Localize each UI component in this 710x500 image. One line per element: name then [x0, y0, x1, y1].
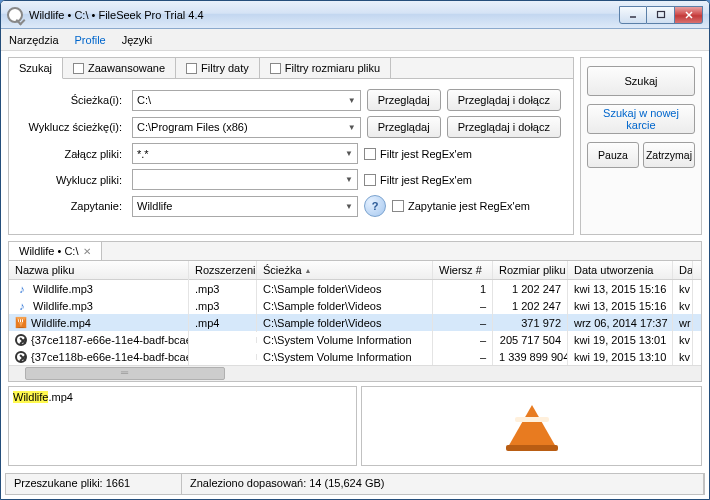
close-button[interactable] — [675, 6, 703, 24]
query-regex-checkbox[interactable]: Zapytanie jest RegEx'em — [392, 200, 530, 212]
table-row[interactable]: Wildlife.mp4.mp4C:\Sample folder\Videos–… — [9, 314, 701, 331]
status-found: Znaleziono dopasowań: 14 (15,624 GB) — [182, 474, 704, 494]
exclude-regex-checkbox[interactable]: Filtr jest RegEx'em — [364, 174, 472, 186]
checkbox-icon — [186, 63, 197, 74]
checkbox-icon — [364, 174, 376, 186]
minimize-button[interactable] — [619, 6, 647, 24]
app-icon — [7, 7, 23, 23]
col-created[interactable]: Data utworzenia — [568, 261, 673, 279]
label-path: Ścieżka(i): — [21, 94, 126, 106]
file-icon — [16, 317, 27, 329]
label-exclude-files: Wyklucz pliki: — [21, 174, 126, 186]
table-row[interactable]: {37ce1187-e66e-11e4-badf-bcaec…C:\System… — [9, 331, 701, 348]
search-tab-strip: Szukaj Zaawansowane Filtry daty Filtry r… — [9, 58, 573, 79]
horizontal-scrollbar[interactable] — [9, 365, 701, 381]
col-line[interactable]: Wiersz # — [433, 261, 493, 279]
pause-button[interactable]: Pauza — [587, 142, 639, 168]
file-icon — [15, 282, 29, 296]
browse-path-button[interactable]: Przeglądaj — [367, 89, 441, 111]
checkbox-icon — [73, 63, 84, 74]
search-button[interactable]: Szukaj — [587, 66, 695, 96]
file-icon — [15, 299, 29, 313]
menu-languages[interactable]: Języki — [122, 34, 153, 46]
exclude-files-input[interactable]: ▼ — [132, 169, 358, 190]
window-title: Wildlife • C:\ • FileSeek Pro Trial 4.4 — [29, 9, 619, 21]
chevron-down-icon: ▼ — [345, 149, 353, 158]
col-name[interactable]: Nazwa pliku — [9, 261, 189, 279]
browse-exclude-button[interactable]: Przeglądaj — [367, 116, 441, 138]
stop-button[interactable]: Zatrzymaj — [643, 142, 695, 168]
close-tab-icon[interactable]: ✕ — [83, 246, 91, 257]
tab-size-filters[interactable]: Filtry rozmiaru pliku — [260, 58, 391, 78]
tab-advanced[interactable]: Zaawansowane — [63, 58, 176, 78]
path-input[interactable]: C:\▼ — [132, 90, 361, 111]
svg-rect-1 — [657, 11, 664, 17]
text-preview-pane: Wildlife.mp4 — [8, 386, 357, 466]
chevron-down-icon: ▼ — [345, 202, 353, 211]
exclude-path-input[interactable]: C:\Program Files (x86)▼ — [132, 117, 361, 138]
query-help-button[interactable]: ? — [364, 195, 386, 217]
status-scanned: Przeszukane pliki: 1661 — [6, 474, 182, 494]
chevron-down-icon: ▼ — [348, 96, 356, 105]
preview-highlight: Wildlife — [13, 391, 48, 403]
col-size[interactable]: Rozmiar pliku — [493, 261, 568, 279]
titlebar: Wildlife • C:\ • FileSeek Pro Trial 4.4 — [1, 1, 709, 29]
tab-search[interactable]: Szukaj — [9, 58, 63, 79]
browse-append-exclude-button[interactable]: Przeglądaj i dołącz — [447, 116, 561, 138]
include-regex-checkbox[interactable]: Filtr jest RegEx'em — [364, 148, 472, 160]
chevron-down-icon: ▼ — [348, 123, 356, 132]
label-include-files: Załącz pliki: — [21, 148, 126, 160]
checkbox-icon — [392, 200, 404, 212]
menu-profile[interactable]: Profile — [75, 34, 106, 46]
media-preview-pane — [361, 386, 702, 466]
menubar: Narzędzia Profile Języki — [1, 29, 709, 51]
preview-rest: .mp4 — [48, 391, 72, 403]
checkbox-icon — [270, 63, 281, 74]
col-last[interactable]: Da — [673, 261, 693, 279]
vlc-cone-icon — [508, 405, 556, 447]
table-row[interactable]: Wildlife.mp3.mp3C:\Sample folder\Videos1… — [9, 280, 701, 297]
table-row[interactable]: Wildlife.mp3.mp3C:\Sample folder\Videos–… — [9, 297, 701, 314]
checkbox-icon — [364, 148, 376, 160]
result-tab[interactable]: Wildlife • C:\✕ — [9, 242, 102, 260]
scrollbar-thumb[interactable] — [25, 367, 225, 380]
query-input[interactable]: Wildlife▼ — [132, 196, 358, 217]
menu-tools[interactable]: Narzędzia — [9, 34, 59, 46]
label-query: Zapytanie: — [21, 200, 126, 212]
col-ext[interactable]: Rozszerzenie — [189, 261, 257, 279]
col-path[interactable]: Ścieżka — [257, 261, 433, 279]
browse-append-path-button[interactable]: Przeglądaj i dołącz — [447, 89, 561, 111]
maximize-button[interactable] — [647, 6, 675, 24]
chevron-down-icon: ▼ — [345, 175, 353, 184]
statusbar: Przeszukane pliki: 1661 Znaleziono dopas… — [5, 473, 705, 495]
file-icon — [15, 351, 27, 363]
label-exclude-path: Wyklucz ścieżkę(i): — [21, 121, 126, 133]
search-new-tab-button[interactable]: Szukaj w nowej karcie — [587, 104, 695, 134]
tab-date-filters[interactable]: Filtry daty — [176, 58, 260, 78]
file-icon — [15, 334, 27, 346]
table-row[interactable]: {37ce118b-e66e-11e4-badf-bcaec…C:\System… — [9, 348, 701, 365]
include-files-input[interactable]: *.*▼ — [132, 143, 358, 164]
